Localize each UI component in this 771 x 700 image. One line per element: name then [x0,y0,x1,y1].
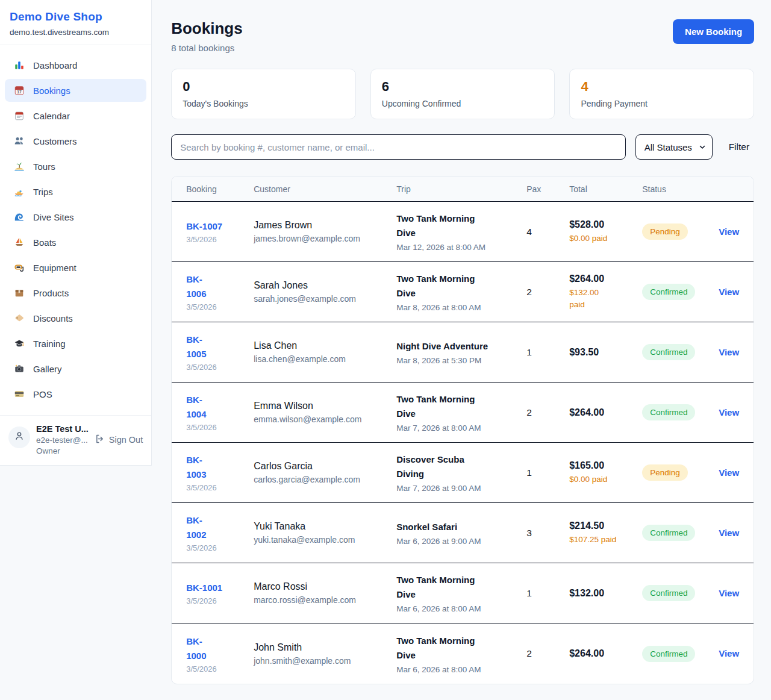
total-amount: $264.00 [569,648,642,659]
sidebar-item-label: Tours [33,161,55,172]
customer-name: Sarah Jones [254,280,396,291]
booking-id-link[interactable]: BK-1000 [186,634,254,663]
trip-datetime: Mar 8, 2026 at 8:00 AM [396,303,526,312]
trip-name: Two Tank MorningDive [396,634,526,663]
view-link[interactable]: View [719,648,739,658]
view-link[interactable]: View [719,407,739,417]
status-badge: Pending [642,464,688,481]
trip-cell: Two Tank MorningDive Mar 12, 2026 at 8:0… [396,211,526,252]
sidebar-item-pos[interactable]: POS [5,383,146,405]
speedboat-icon [13,186,25,198]
sidebar-item-equipment[interactable]: Equipment [5,256,146,279]
trip-datetime: Mar 7, 2026 at 9:00 AM [396,484,526,493]
stat-card-todays-bookings: 0 Today's Bookings [171,69,356,119]
booking-date: 3/5/2026 [186,235,254,244]
booking-date: 3/5/2026 [186,483,254,492]
bar-chart-icon [13,59,25,71]
table-row: BK-1001 3/5/2026 Marco Rossi marco.rossi… [172,563,754,623]
brand-name[interactable]: Demo Dive Shop [10,10,142,23]
sidebar-item-dive-sites[interactable]: Dive Sites [5,205,146,228]
customer-name: John Smith [254,642,396,653]
booking-id-link[interactable]: BK-1003 [186,453,254,482]
customer-cell: James Brown james.brown@example.com [254,220,396,243]
booking-id-link[interactable]: BK-1001 [186,581,254,595]
people-icon [13,135,25,147]
booking-id-link[interactable]: BK-1007 [186,219,254,234]
status-badge: Confirmed [642,585,695,601]
total-cell: $264.00 [569,648,642,659]
total-amount: $93.50 [569,347,642,358]
svg-text:17: 17 [17,90,22,94]
view-link[interactable]: View [719,588,739,598]
status-badge: Confirmed [642,344,695,360]
booking-id-link[interactable]: BK-1005 [186,333,254,361]
trip-cell: Night Dive Adventure Mar 8, 2026 at 5:30… [396,339,526,365]
stat-value: 4 [581,79,743,95]
booking-id-link[interactable]: BK-1002 [186,513,254,542]
filter-button[interactable]: Filter [729,142,749,152]
sidebar-item-label: Products [33,288,69,298]
booking-date: 3/5/2026 [186,363,254,372]
pax-count: 2 [526,287,569,298]
sidebar-item-label: Calendar [33,111,70,121]
status-cell: Pending [642,223,719,240]
total-amount: $264.00 [569,407,642,418]
customer-name: Yuki Tanaka [254,521,396,532]
view-link[interactable]: View [719,528,739,538]
booking-date: 3/5/2026 [186,423,254,432]
new-booking-button[interactable]: New Booking [673,19,754,44]
view-link[interactable]: View [719,287,739,297]
sign-out-button[interactable]: Sign Out [95,434,143,446]
paid-amount: $107.25 paid [569,534,642,546]
status-filter-select[interactable]: All Statuses [635,134,713,160]
pax-count: 1 [526,588,569,599]
actions-cell: View [719,287,739,298]
sidebar-item-label: Gallery [33,364,62,374]
view-link[interactable]: View [719,467,739,478]
sidebar-item-boats[interactable]: Boats [5,231,146,254]
sidebar-item-bookings[interactable]: 17 Bookings [5,79,146,102]
customer-email: james.brown@example.com [254,234,396,243]
view-link[interactable]: View [719,227,739,237]
sidebar-item-tours[interactable]: Tours [5,155,146,178]
sidebar-item-discounts[interactable]: Discounts [5,307,146,330]
trip-cell: Two Tank MorningDive Mar 8, 2026 at 8:00… [396,272,526,312]
customer-name: James Brown [254,220,396,231]
actions-cell: View [719,407,739,418]
sidebar-item-calendar[interactable]: Calendar [5,104,146,127]
diving-mask-icon [13,261,25,273]
customer-name: Lisa Chen [254,340,396,351]
stats-cards: 0 Today's Bookings 6 Upcoming Confirmed … [171,69,754,119]
column-header-booking: Booking [186,184,254,194]
column-header-trip: Trip [396,184,526,194]
sidebar-item-products[interactable]: Products [5,281,146,304]
status-cell: Confirmed [642,525,719,541]
tear-off-calendar-icon [13,110,25,122]
sidebar-item-trips[interactable]: Trips [5,180,146,203]
main-content: Bookings 8 total bookings New Booking 0 … [152,0,771,684]
view-link[interactable]: View [719,347,739,357]
search-input[interactable] [171,134,625,160]
credit-card-icon [13,388,25,400]
customer-name: Emma Wilson [254,401,396,411]
booking-id-link[interactable]: BK-1006 [186,272,254,301]
actions-cell: View [719,528,739,539]
tag-icon [13,312,25,324]
customer-email: carlos.garcia@example.com [254,475,396,484]
sidebar-item-label: POS [33,389,52,399]
sidebar-item-customers[interactable]: Customers [5,130,146,152]
trip-name: Night Dive Adventure [396,339,526,354]
booking-id-link[interactable]: BK-1004 [186,393,254,422]
sidebar-item-training[interactable]: Training [5,332,146,355]
pax-count: 1 [526,467,569,478]
customer-email: emma.wilson@example.com [254,414,396,424]
customer-cell: Sarah Jones sarah.jones@example.com [254,280,396,304]
sidebar-item-dashboard[interactable]: Dashboard [5,54,146,77]
sidebar: Demo Dive Shop demo.test.divestreams.com… [0,0,152,466]
sidebar-item-gallery[interactable]: Gallery [5,357,146,380]
person-icon [14,431,25,444]
sidebar-item-label: Trips [33,187,53,197]
camera-icon [13,363,25,375]
booking-cell: BK-1006 3/5/2026 [186,272,254,311]
user-info: E2E Test U... e2e-tester@... Owner [36,424,89,455]
